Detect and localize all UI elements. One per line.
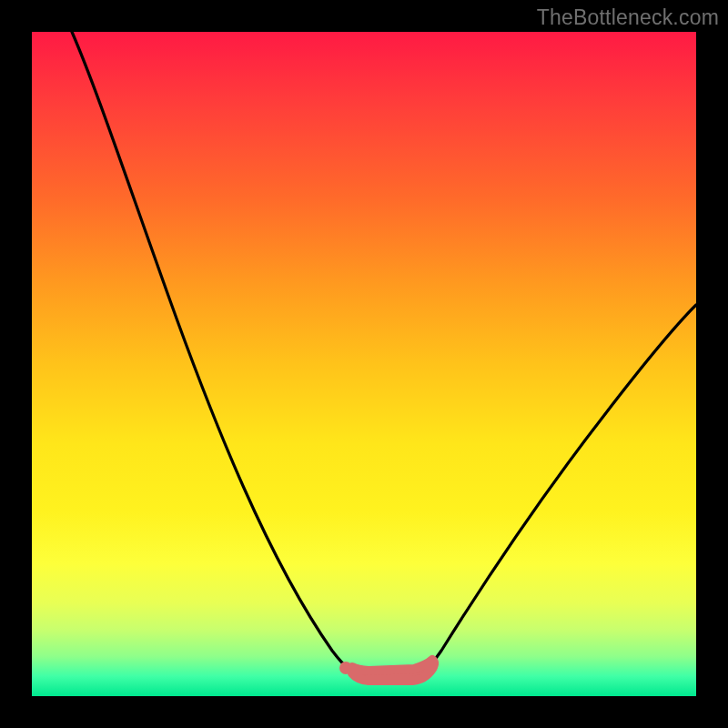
bottleneck-curve-black	[72, 32, 696, 677]
chart-frame: TheBottleneck.com	[0, 0, 728, 728]
watermark-text: TheBottleneck.com	[537, 5, 719, 30]
plot-area	[32, 32, 696, 696]
curve-svg	[32, 32, 696, 696]
flat-bottom-markers	[339, 660, 434, 681]
